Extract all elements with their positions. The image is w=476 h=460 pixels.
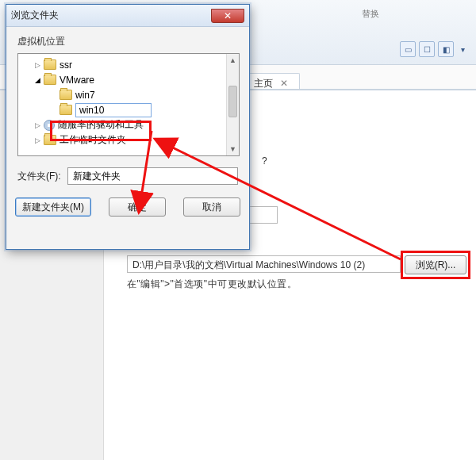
scroll-thumb[interactable]	[228, 86, 237, 117]
tree-label: win7	[75, 90, 95, 101]
scroll-up-icon[interactable]: ▲	[227, 54, 239, 67]
tree-item-win7[interactable]: win7	[20, 87, 237, 102]
layout-icon-3[interactable]: ◧	[438, 41, 454, 57]
cancel-button[interactable]: 取消	[183, 197, 240, 217]
tree-label: 工作临时文件夹	[60, 133, 126, 147]
folder-icon	[44, 59, 56, 70]
expand-icon[interactable]: ▷	[33, 121, 42, 130]
close-icon: ✕	[224, 11, 232, 21]
browse-button[interactable]: 浏览(R)...	[405, 255, 466, 274]
tree-item-drivers[interactable]: ▷ 随服率的驱动和工具	[20, 117, 237, 132]
new-folder-button[interactable]: 新建文件夹(M)	[15, 197, 91, 217]
dialog-title: 浏览文件夹	[11, 9, 211, 22]
ribbon-view-icons: ▭ ☐ ◧ ▾	[400, 41, 468, 57]
layout-dropdown-icon[interactable]: ▾	[457, 41, 468, 57]
tree-label: VMware	[60, 75, 94, 86]
spacer-icon	[48, 90, 58, 100]
tree-scrollbar[interactable]: ▲ ▼	[226, 54, 239, 155]
tab-home-label: 主页	[254, 78, 273, 89]
default-location-help: 在"编辑">"首选项"中可更改默认位置。	[127, 278, 297, 291]
dialog-close-button[interactable]: ✕	[211, 9, 244, 23]
folder-icon	[44, 75, 56, 85]
spacer-icon	[48, 105, 58, 115]
dialog-section-label: 虚拟机位置	[17, 35, 238, 48]
expand-icon[interactable]: ▷	[33, 60, 42, 70]
folder-icon	[44, 135, 56, 145]
scroll-down-icon[interactable]: ▼	[227, 143, 239, 155]
tab-close-icon[interactable]: ✕	[280, 78, 288, 89]
bg-question-mark: ?	[262, 155, 267, 167]
tree-rename-input[interactable]	[75, 103, 152, 117]
browse-folder-dialog: 浏览文件夹 ✕ 虚拟机位置 ▷ ssr ◢ VMware win7	[6, 4, 250, 250]
layout-icon-2[interactable]: ☐	[419, 41, 435, 57]
disc-icon	[44, 120, 55, 131]
tree-item-temp[interactable]: ▷ 工作临时文件夹	[20, 132, 237, 148]
vm-path-field[interactable]: D:\用户目录\我的文档\Virtual Machines\Windows 10…	[127, 255, 401, 273]
tree-label: 随服率的驱动和工具	[58, 118, 144, 132]
collapse-icon[interactable]: ◢	[33, 75, 42, 85]
expand-icon[interactable]: ▷	[33, 136, 42, 145]
folder-tree[interactable]: ▷ ssr ◢ VMware win7 ▷ 随服	[17, 53, 240, 156]
tree-item-vmware[interactable]: ◢ VMware	[20, 72, 237, 87]
ribbon-replace-label: 替换	[362, 8, 379, 20]
folder-icon	[60, 105, 72, 115]
folder-name-input[interactable]	[67, 167, 238, 185]
dialog-titlebar: 浏览文件夹 ✕	[6, 5, 249, 27]
tree-item-win10[interactable]	[20, 102, 237, 117]
ok-button[interactable]: 确定	[109, 197, 166, 217]
folder-icon	[60, 90, 72, 100]
tree-label: ssr	[60, 59, 72, 71]
folder-field-label: 文件夹(F):	[17, 170, 61, 183]
tree-item-ssr[interactable]: ▷ ssr	[20, 57, 237, 72]
layout-icon-1[interactable]: ▭	[400, 41, 416, 57]
